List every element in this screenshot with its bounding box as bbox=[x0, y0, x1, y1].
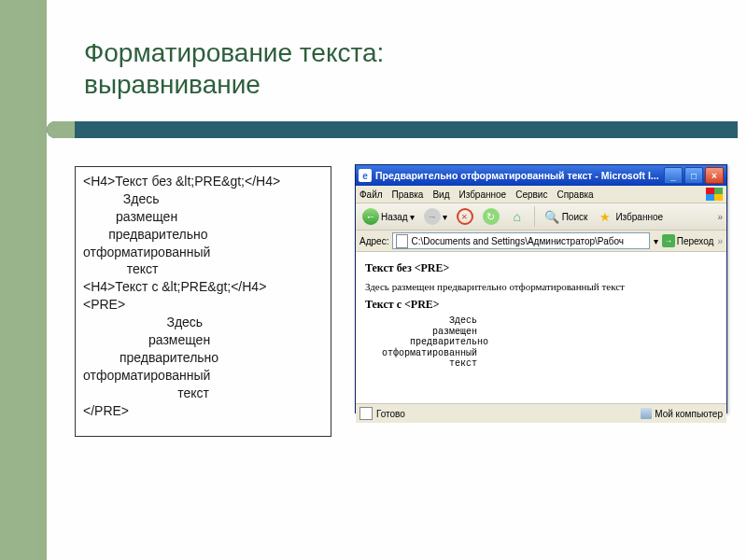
slide-title: Форматирование текста: выравнивание bbox=[84, 37, 384, 100]
ie-title-text: Предварительно отформатированный текст -… bbox=[375, 170, 664, 181]
ie-addressbar: Адрес: C:\Documents and Settings\Админис… bbox=[356, 231, 726, 252]
toolbar-forward-button[interactable]: → ▾ bbox=[421, 206, 450, 227]
links-overflow-icon[interactable]: » bbox=[717, 236, 723, 246]
menu-file[interactable]: Файл bbox=[359, 189, 383, 200]
menu-favorites[interactable]: Избранное bbox=[458, 189, 506, 200]
menu-view[interactable]: Вид bbox=[432, 189, 449, 200]
menu-edit[interactable]: Правка bbox=[392, 189, 424, 200]
ie-content-area: Текст без <PRE> Здесь размещен предварит… bbox=[356, 252, 726, 403]
go-button[interactable]: → Переход bbox=[662, 234, 714, 247]
address-dropdown-icon[interactable]: ▾ bbox=[654, 236, 658, 246]
refresh-icon: ↻ bbox=[483, 208, 500, 225]
html-source-box: <H4>Текст без &lt;PRE&gt;</H4> Здесь раз… bbox=[75, 166, 331, 437]
back-arrow-icon: ← bbox=[362, 208, 379, 225]
stop-icon: ✕ bbox=[457, 208, 473, 225]
title-line1: Форматирование текста: bbox=[84, 37, 384, 69]
rendered-pre-block: Здесь размещен предварительно отформатир… bbox=[365, 315, 717, 370]
go-arrow-icon: → bbox=[662, 234, 675, 247]
menu-tools[interactable]: Сервис bbox=[515, 189, 547, 200]
search-label: Поиск bbox=[562, 212, 588, 222]
security-zone: Мой компьютер bbox=[641, 408, 723, 419]
toolbar-stop-button[interactable]: ✕ bbox=[454, 206, 476, 227]
status-done-icon bbox=[359, 407, 373, 420]
home-icon: ⌂ bbox=[509, 208, 526, 225]
menu-help[interactable]: Справка bbox=[557, 189, 593, 200]
rendered-paragraph: Здесь размещен предварительно отформатир… bbox=[365, 281, 717, 292]
back-label: Назад bbox=[381, 212, 408, 222]
html-source-text: <H4>Текст без &lt;PRE&gt;</H4> Здесь раз… bbox=[83, 173, 323, 419]
window-maximize-button[interactable]: □ bbox=[684, 167, 703, 184]
my-computer-icon bbox=[641, 408, 652, 419]
rendered-heading-2: Текст с <PRE> bbox=[365, 298, 717, 312]
title-line2: выравнивание bbox=[84, 69, 384, 101]
address-path: C:\Documents and Settings\Администратор\… bbox=[411, 236, 624, 246]
windows-flag-icon bbox=[706, 188, 723, 201]
slide-title-band bbox=[47, 121, 738, 138]
toolbar-home-button[interactable]: ⌂ bbox=[506, 206, 529, 227]
ie-statusbar: Готово Мой компьютер bbox=[356, 403, 726, 423]
toolbar-refresh-button[interactable]: ↻ bbox=[480, 206, 502, 227]
ie-toolbar: ← Назад ▾ → ▾ ✕ ↻ ⌂ 🔍 Поиск ★ Избранное … bbox=[356, 203, 726, 231]
toolbar-back-button[interactable]: ← Назад ▾ bbox=[359, 206, 417, 227]
address-label: Адрес: bbox=[359, 236, 388, 246]
toolbar-search-button[interactable]: 🔍 Поиск bbox=[541, 206, 591, 227]
back-dropdown-icon: ▾ bbox=[410, 212, 415, 222]
document-icon bbox=[396, 234, 408, 248]
ie-titlebar[interactable]: e Предварительно отформатированный текст… bbox=[356, 165, 726, 186]
status-text: Готово bbox=[376, 409, 405, 419]
rendered-heading-1: Текст без <PRE> bbox=[365, 261, 717, 275]
toolbar-overflow-icon[interactable]: » bbox=[717, 212, 723, 222]
toolbar-separator bbox=[534, 206, 535, 227]
search-icon: 🔍 bbox=[543, 208, 560, 225]
zone-label: Мой компьютер bbox=[655, 409, 723, 419]
window-minimize-button[interactable]: _ bbox=[664, 167, 683, 184]
ie-menubar: Файл Правка Вид Избранное Сервис Справка bbox=[356, 186, 726, 203]
window-close-button[interactable]: × bbox=[705, 167, 724, 184]
favorites-label: Избранное bbox=[615, 212, 663, 222]
favorites-star-icon: ★ bbox=[597, 208, 613, 225]
address-input[interactable]: C:\Documents and Settings\Администратор\… bbox=[392, 232, 649, 249]
ie-app-icon: e bbox=[359, 169, 372, 182]
go-label: Переход bbox=[677, 236, 714, 246]
fwd-dropdown-icon: ▾ bbox=[443, 212, 447, 222]
ie-browser-window: e Предварительно отформатированный текст… bbox=[355, 164, 727, 413]
toolbar-favorites-button[interactable]: ★ Избранное bbox=[594, 206, 666, 227]
forward-arrow-icon: → bbox=[424, 208, 441, 225]
